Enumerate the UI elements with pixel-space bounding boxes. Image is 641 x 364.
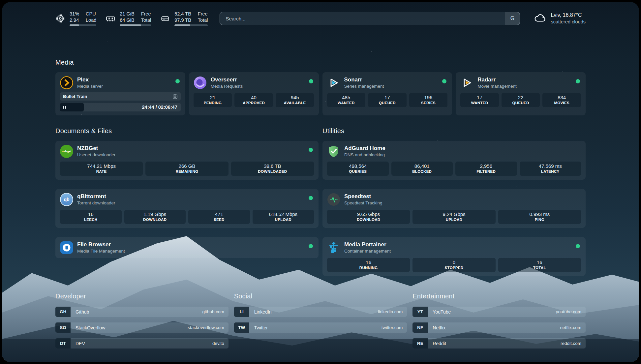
filebrowser-icon xyxy=(60,241,73,254)
bookmark-url: linkedin.com xyxy=(378,307,407,317)
bookmark-group-developer: Developer GH Github github.com SO StackO… xyxy=(55,292,229,354)
disk-icon xyxy=(160,14,170,23)
disk-free-label: Free xyxy=(198,11,208,17)
search-provider-button[interactable]: G xyxy=(505,12,520,25)
status-dot xyxy=(309,148,313,152)
radarr-icon xyxy=(460,76,473,89)
section-title-documents: Documents & Files xyxy=(55,127,319,135)
cpu-progressbar xyxy=(70,24,96,26)
section-title-developer: Developer xyxy=(55,292,229,300)
media-card-grid: Plex Media server Bullet Train xyxy=(55,72,586,115)
disk-total-label: Total xyxy=(198,17,208,23)
service-card-radarr[interactable]: Radarr Movie management 17WANTED 22QUEUE… xyxy=(456,72,586,115)
disk-progressbar xyxy=(174,24,208,26)
bookmark-abbr: YT xyxy=(412,307,428,317)
utilities-column: Utilities xyxy=(322,127,586,276)
service-card-portainer[interactable]: Media Portainer Container management 16R… xyxy=(322,237,586,276)
service-description: DNS and adblocking xyxy=(344,152,385,158)
service-description: Container management xyxy=(344,248,391,254)
bookmark-abbr: NF xyxy=(412,322,428,333)
now-playing-row: Bullet Train xyxy=(60,92,181,101)
bookmark-stackoverflow[interactable]: SO StackOverflow stackoverflow.com xyxy=(55,322,229,333)
now-playing-title: Bullet Train xyxy=(63,94,87,99)
stat-available: 945AVAILABLE xyxy=(276,93,314,107)
bookmark-twitter[interactable]: TW Twitter twitter.com xyxy=(234,322,407,333)
service-name: qBittorrent xyxy=(77,193,115,200)
sonarr-icon xyxy=(327,76,340,89)
service-description: Media File Management xyxy=(77,248,125,254)
service-description: Media Requests xyxy=(211,83,243,89)
section-title-media: Media xyxy=(55,59,586,66)
cpu-widget: 31% 2.94 CPU Load xyxy=(55,11,96,26)
plex-icon xyxy=(60,76,73,89)
overseerr-icon xyxy=(194,76,207,89)
cpu-icon xyxy=(55,14,65,23)
service-description: Torrent downloader xyxy=(77,200,115,206)
service-card-plex[interactable]: Plex Media server Bullet Train xyxy=(55,72,185,115)
status-dot xyxy=(175,79,180,83)
weather-condition: scattered clouds xyxy=(551,19,586,25)
disk-widget: 52.4 TB 97.9 TB Free Total xyxy=(160,11,208,26)
cpu-load-value: 2.94 xyxy=(70,17,79,23)
bookmark-abbr: GH xyxy=(55,307,71,317)
stat-filtered: 2,956FILTERED xyxy=(455,162,517,176)
service-card-speedtest[interactable]: Speedtest Speedtest Tracking 9.65 GbpsDO… xyxy=(322,189,586,228)
stat-queued: 17QUEUED xyxy=(368,93,407,107)
status-dot xyxy=(309,196,313,200)
service-description: Media server xyxy=(77,83,103,89)
disk-free-value: 52.4 TB xyxy=(174,11,191,17)
stat-upload: 9.24 GbpsUPLOAD xyxy=(412,210,495,224)
service-card-sonarr[interactable]: Sonarr Series management 485WANTED 17QUE… xyxy=(322,72,452,115)
stat-ping: 0.993 msPING xyxy=(498,210,581,224)
portainer-icon xyxy=(327,241,340,254)
header-divider xyxy=(55,38,586,38)
bookmark-group-social: Social LI LinkedIn linkedin.com TW Twitt… xyxy=(234,292,407,354)
stat-downloaded: 39.6 TBDOWNLOADED xyxy=(231,162,314,176)
status-dot xyxy=(309,244,313,248)
system-widgets: 31% 2.94 CPU Load xyxy=(55,11,208,26)
bookmark-netflix[interactable]: NF Netflix netflix.com xyxy=(412,322,586,333)
adguard-icon xyxy=(327,145,340,158)
bookmark-youtube[interactable]: YT YouTube youtube.com xyxy=(412,307,586,317)
stat-seed: 471SEED xyxy=(188,210,250,224)
memory-free-label: Free xyxy=(141,11,151,17)
stat-download: 9.65 GbpsDOWNLOAD xyxy=(327,210,410,224)
cpu-load-label: Load xyxy=(86,17,96,23)
service-card-filebrowser[interactable]: File Browser Media File Management xyxy=(55,237,319,258)
search-input[interactable] xyxy=(220,12,505,25)
bookmark-name: Reddit xyxy=(428,338,446,349)
service-description: Usenet downloader xyxy=(77,152,115,158)
starfield xyxy=(2,2,3,3)
stat-series: 196SERIES xyxy=(409,93,448,107)
bookmark-abbr: SO xyxy=(55,322,71,333)
bookmark-dev[interactable]: DT DEV dev.to xyxy=(55,338,229,349)
session-icon xyxy=(172,94,178,99)
stat-running: 16RUNNING xyxy=(327,258,410,272)
stat-upload: 618.52 MbpsUPLOAD xyxy=(253,210,314,224)
dashboard-screen: 31% 2.94 CPU Load xyxy=(2,2,639,362)
service-card-overseerr[interactable]: Overseerr Media Requests 21PENDING 40APP… xyxy=(189,72,319,115)
service-name: AdGuard Home xyxy=(344,145,385,152)
playback-progressbar: 24:44 / 02:06:47 xyxy=(60,103,181,111)
memory-icon xyxy=(106,14,115,23)
service-card-adguard[interactable]: AdGuard Home DNS and adblocking 498,564Q… xyxy=(322,141,586,180)
service-name: File Browser xyxy=(77,241,125,248)
weather-location-temp: Lviv, 16.87°C xyxy=(551,12,586,19)
stat-download: 1.19 GbpsDOWNLOAD xyxy=(124,210,186,224)
service-card-qbittorrent[interactable]: qb qBittorrent Torrent downloader 16LEEC… xyxy=(55,189,319,228)
service-name: NZBGet xyxy=(77,145,115,152)
service-name: Sonarr xyxy=(344,76,384,83)
status-dot xyxy=(309,79,313,83)
stat-total: 16TOTAL xyxy=(498,258,581,272)
bookmark-reddit[interactable]: RE Reddit reddit.com xyxy=(412,338,586,349)
service-card-nzbget[interactable]: nzbget NZBGet Usenet downloader 744.21 M… xyxy=(55,141,319,180)
bookmark-abbr: TW xyxy=(234,322,249,333)
cpu-label: CPU xyxy=(86,11,96,17)
bookmark-abbr: RE xyxy=(412,338,428,349)
section-title-social: Social xyxy=(234,292,407,300)
stat-approved: 40APPROVED xyxy=(234,93,273,107)
bookmark-url: reddit.com xyxy=(561,338,586,349)
bookmark-github[interactable]: GH Github github.com xyxy=(55,307,229,317)
cloud-icon xyxy=(534,13,546,24)
bookmark-linkedin[interactable]: LI LinkedIn linkedin.com xyxy=(234,307,407,317)
